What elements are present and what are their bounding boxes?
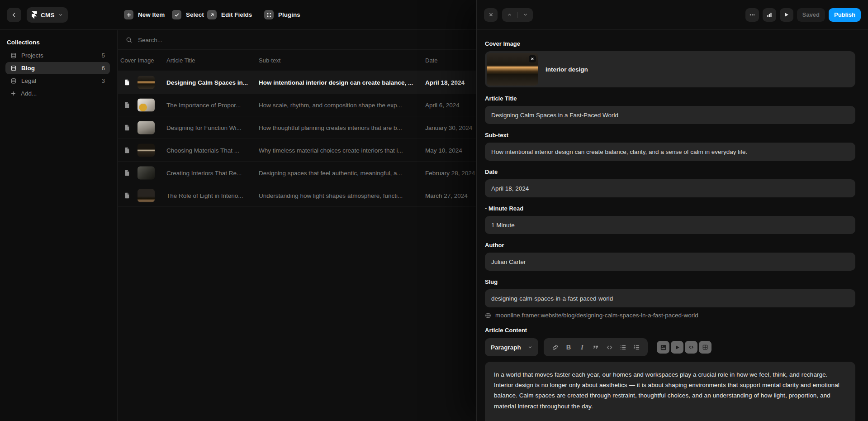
chevron-down-icon (528, 345, 532, 349)
column-header-article-title: Article Title (166, 50, 195, 71)
close-icon (489, 12, 493, 17)
framer-logo-icon (32, 11, 37, 19)
chevron-up-icon (507, 12, 512, 17)
plus-icon (10, 91, 16, 96)
insert-video-button[interactable] (671, 341, 683, 354)
sidebar-item-blog[interactable]: Blog 6 (5, 62, 110, 74)
saved-status-badge: Saved (797, 8, 825, 22)
back-button[interactable] (7, 8, 21, 22)
play-icon (783, 12, 789, 18)
cms-menu-button[interactable]: CMS (27, 7, 68, 23)
collections-title: Collections (7, 39, 117, 46)
item-count: 5 (102, 52, 105, 59)
link-icon[interactable] (550, 343, 560, 352)
cover-image-thumbnail (487, 53, 538, 86)
numbered-list-icon[interactable] (632, 343, 641, 352)
row-thumbnail (138, 76, 155, 89)
video-play-icon (674, 344, 680, 350)
insert-code-block-button[interactable] (685, 341, 697, 354)
arrow-up-right-icon (207, 10, 217, 19)
page-icon (124, 124, 131, 131)
blockquote-icon[interactable] (591, 343, 600, 352)
collections-list: Projects 5 Blog 6 Legal 3 Add... (0, 49, 117, 100)
collections-sidebar: Collections Projects 5 Blog 6 Legal 3 (0, 30, 118, 421)
code-icon (688, 344, 694, 350)
ellipsis-icon (749, 12, 755, 18)
prev-next-item-control (502, 8, 533, 22)
field-label-cover-image: Cover Image (485, 40, 855, 47)
inline-code-icon[interactable] (605, 343, 614, 352)
page-icon (124, 79, 131, 86)
add-collection-button[interactable]: Add... (5, 87, 110, 100)
search-icon (126, 37, 132, 43)
field-label-author: Author (485, 242, 855, 249)
more-options-button[interactable] (745, 8, 759, 22)
field-label-minute-read: - Minute Read (485, 205, 855, 212)
page-icon (124, 169, 131, 176)
paragraph-style-select[interactable]: Paragraph (485, 338, 538, 356)
field-label-slug: Slug (485, 278, 855, 285)
preview-button[interactable] (780, 8, 793, 22)
slug-input[interactable]: designing-calm-spaces-in-a-fast-paced-wo… (485, 289, 855, 307)
chevron-down-icon (58, 13, 63, 17)
database-icon (10, 53, 17, 59)
chevron-left-icon (11, 12, 17, 18)
insert-image-button[interactable] (657, 341, 669, 354)
minute-read-input[interactable]: 1 Minute (485, 216, 855, 234)
next-item-button[interactable] (518, 12, 533, 17)
plugins-button[interactable]: Plugins (264, 10, 300, 19)
row-thumbnail (138, 98, 155, 111)
bullet-list-icon[interactable] (618, 343, 627, 352)
item-editor-panel: Saved Publish Cover Image interior desig… (476, 0, 868, 421)
search-input[interactable] (138, 37, 319, 43)
globe-icon (485, 312, 491, 319)
italic-icon[interactable]: I (578, 343, 587, 352)
column-header-date: Date (425, 50, 437, 71)
row-thumbnail (138, 166, 155, 179)
article-content-editor[interactable]: In a world that moves faster each year, … (485, 362, 855, 421)
rich-text-toolbar: Paragraph B I (485, 338, 855, 356)
plus-icon (124, 10, 133, 19)
inline-format-group: B I (544, 338, 648, 356)
row-thumbnail (138, 189, 155, 202)
sub-text-input[interactable]: How intentional interior design can crea… (485, 143, 855, 161)
plugins-icon (264, 10, 274, 19)
close-panel-button[interactable] (484, 8, 498, 22)
page-icon (124, 192, 131, 199)
image-icon (660, 344, 667, 351)
table-grid-icon (702, 344, 708, 350)
sidebar-item-projects[interactable]: Projects 5 (5, 49, 110, 62)
field-label-date: Date (485, 168, 855, 175)
field-label-sub-text: Sub-text (485, 132, 855, 139)
sidebar-item-legal[interactable]: Legal 3 (5, 75, 110, 87)
page-url-row: moonline.framer.website/blog/designing-c… (485, 312, 855, 319)
article-content-text: In a world that moves faster each year, … (494, 369, 846, 411)
article-title-input[interactable]: Designing Calm Spaces in a Fast-Paced Wo… (485, 106, 855, 124)
editor-toolbar: Saved Publish (477, 0, 868, 30)
author-input[interactable]: Julian Carter (485, 253, 855, 271)
previous-item-button[interactable] (502, 12, 517, 17)
editor-form: Cover Image interior design Article Titl… (477, 40, 868, 421)
insert-table-button[interactable] (699, 341, 711, 354)
cover-image-field[interactable]: interior design (485, 51, 855, 87)
cms-label: CMS (41, 12, 55, 19)
page-url[interactable]: moonline.framer.website/blog/designing-c… (495, 312, 698, 319)
row-thumbnail (138, 144, 155, 157)
chevron-down-icon (523, 12, 528, 17)
remove-image-button[interactable] (529, 55, 536, 62)
publish-button[interactable]: Publish (829, 8, 861, 22)
cover-image-name: interior design (545, 66, 588, 73)
item-count: 6 (102, 65, 105, 72)
bar-chart-icon (766, 12, 773, 18)
bold-icon[interactable]: B (564, 343, 573, 352)
field-label-article-content: Article Content (485, 327, 855, 334)
column-header-sub-text: Sub-text (259, 50, 280, 71)
column-header-cover-image: Cover Image (120, 50, 154, 71)
database-icon (10, 65, 17, 72)
date-input[interactable]: April 18, 2024 (485, 179, 855, 197)
page-icon (124, 147, 131, 153)
edit-fields-button[interactable]: Edit Fields (207, 10, 252, 19)
new-item-button[interactable]: New Item (124, 10, 165, 19)
select-button[interactable]: Select (172, 10, 204, 19)
analytics-button[interactable] (763, 8, 776, 22)
